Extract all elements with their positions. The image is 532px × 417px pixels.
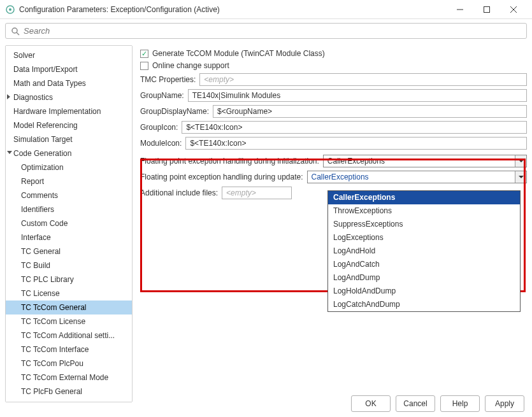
online-change-label: Online change support bbox=[152, 61, 229, 70]
dropdown-option[interactable]: LogHoldAndDump bbox=[328, 285, 520, 298]
group-icon-label: GroupIcon: bbox=[140, 123, 178, 132]
sidebar-item[interactable]: TC TcCom License bbox=[6, 315, 132, 329]
sidebar-item[interactable]: Solver bbox=[6, 48, 132, 62]
group-name-input[interactable]: TE140x|Simulink Modules bbox=[188, 89, 527, 102]
group-display-name-input[interactable]: $<GroupName> bbox=[213, 105, 527, 118]
additional-include-input[interactable]: <empty> bbox=[222, 187, 292, 199]
group-icon-row: GroupIcon: $<TE140x:Icon> bbox=[140, 121, 527, 134]
maximize-button[interactable] bbox=[473, 1, 500, 18]
dropdown-option[interactable]: LogExceptions bbox=[328, 231, 520, 244]
fp-update-row: Floating point exception handling during… bbox=[140, 171, 527, 183]
sidebar-item[interactable]: Math and Data Types bbox=[6, 76, 132, 90]
sidebar-item[interactable]: Simulation Target bbox=[6, 132, 132, 146]
sidebar-item[interactable]: TC PLC Library bbox=[6, 272, 132, 286]
fp-update-value: CallerExceptions bbox=[312, 173, 369, 181]
group-name-row: GroupName: TE140x|Simulink Modules bbox=[140, 89, 527, 102]
sidebar-item[interactable]: Interface bbox=[6, 230, 132, 244]
module-icon-label: ModuleIcon: bbox=[140, 139, 182, 148]
window-controls bbox=[447, 1, 527, 18]
search-input[interactable] bbox=[24, 26, 521, 36]
sidebar-item[interactable]: Code Generation bbox=[6, 146, 132, 160]
window-title: Configuration Parameters: Exception/Conf… bbox=[19, 5, 447, 14]
sidebar-item[interactable]: TC TcCom Interface bbox=[6, 343, 132, 357]
fp-init-label: Floating point exception handling during… bbox=[140, 157, 319, 166]
sidebar-item[interactable]: TC PlcFb General bbox=[6, 385, 132, 399]
module-icon-row: ModuleIcon: $<TE140x:Icon> bbox=[140, 137, 527, 150]
tmc-properties-row: TMC Properties: <empty> bbox=[140, 73, 527, 86]
sidebar-item[interactable]: TC TcCom General bbox=[6, 300, 132, 315]
sidebar-item[interactable]: Identifiers bbox=[6, 202, 132, 216]
sidebar-item[interactable]: TC TcCom PlcPou bbox=[6, 357, 132, 371]
group-display-name-label: GroupDisplayName: bbox=[140, 107, 209, 116]
minimize-button[interactable] bbox=[447, 1, 473, 18]
apply-button[interactable]: Apply bbox=[485, 395, 524, 412]
close-button[interactable] bbox=[500, 1, 527, 18]
sidebar-item[interactable]: TC TcCom Additional setti... bbox=[6, 329, 132, 343]
sidebar-item[interactable]: Diagnostics bbox=[6, 90, 132, 104]
dropdown-option[interactable]: LogAndDump bbox=[328, 271, 520, 285]
footer-buttons: OK Cancel Help Apply bbox=[351, 395, 524, 412]
fp-update-label: Floating point exception handling during… bbox=[140, 173, 303, 181]
online-change-row: Online change support bbox=[140, 61, 527, 70]
svg-point-6 bbox=[12, 28, 17, 33]
group-name-label: GroupName: bbox=[140, 91, 184, 100]
sidebar: SolverData Import/ExportMath and Data Ty… bbox=[5, 45, 133, 402]
sidebar-item[interactable]: TC General bbox=[6, 244, 132, 258]
dropdown-option[interactable]: LogAndHold bbox=[328, 244, 520, 258]
online-change-checkbox[interactable] bbox=[140, 62, 148, 70]
sidebar-item[interactable]: Hardware Implementation bbox=[6, 104, 132, 118]
group-icon-input[interactable]: $<TE140x:Icon> bbox=[182, 121, 527, 134]
dropdown-option[interactable]: SuppressExceptions bbox=[328, 218, 520, 231]
fp-init-select[interactable]: CallerExceptions bbox=[323, 155, 527, 167]
fp-update-select[interactable]: CallerExceptions bbox=[307, 171, 527, 183]
generate-tccom-checkbox[interactable] bbox=[140, 50, 148, 58]
dropdown-option[interactable]: LogCatchAndDump bbox=[328, 298, 520, 311]
chevron-down-icon bbox=[515, 171, 526, 183]
titlebar: Configuration Parameters: Exception/Conf… bbox=[0, 0, 532, 19]
generate-tccom-label: Generate TcCOM Module (TwinCAT Module Cl… bbox=[152, 49, 325, 58]
chevron-down-icon bbox=[515, 155, 526, 167]
fp-update-dropdown[interactable]: CallerExceptionsThrowExceptionsSuppressE… bbox=[327, 190, 521, 312]
dropdown-option[interactable]: LogAndCatch bbox=[328, 258, 520, 271]
sidebar-item[interactable]: Comments bbox=[6, 188, 132, 202]
sidebar-item[interactable]: Data Import/Export bbox=[6, 62, 132, 76]
sidebar-item[interactable]: Report bbox=[6, 174, 132, 188]
sidebar-item[interactable]: TC License bbox=[6, 286, 132, 300]
svg-rect-3 bbox=[484, 6, 490, 12]
svg-point-1 bbox=[9, 8, 11, 11]
ok-button[interactable]: OK bbox=[351, 395, 391, 412]
module-icon-input[interactable]: $<TE140x:Icon> bbox=[185, 137, 527, 150]
tmc-properties-label: TMC Properties: bbox=[140, 75, 196, 84]
sidebar-item[interactable]: TC TcCom External Mode bbox=[6, 371, 132, 385]
search-box[interactable] bbox=[5, 23, 527, 39]
content-panel: Generate TcCOM Module (TwinCAT Module Cl… bbox=[133, 45, 527, 402]
fp-init-value: CallerExceptions bbox=[327, 157, 385, 166]
search-icon bbox=[11, 27, 20, 36]
svg-line-7 bbox=[17, 32, 19, 35]
app-icon bbox=[5, 4, 15, 15]
generate-tccom-row: Generate TcCOM Module (TwinCAT Module Cl… bbox=[140, 49, 527, 58]
search-container bbox=[0, 19, 532, 43]
dropdown-option[interactable]: ThrowExceptions bbox=[328, 204, 520, 218]
sidebar-item[interactable]: Model Referencing bbox=[6, 118, 132, 132]
sidebar-item[interactable]: Optimization bbox=[6, 160, 132, 174]
sidebar-item[interactable]: Custom Code bbox=[6, 216, 132, 230]
tmc-properties-input[interactable]: <empty> bbox=[199, 73, 527, 86]
dropdown-option[interactable]: CallerExceptions bbox=[328, 191, 520, 204]
group-display-name-row: GroupDisplayName: $<GroupName> bbox=[140, 105, 527, 118]
help-button[interactable]: Help bbox=[440, 395, 480, 412]
sidebar-item[interactable]: TC PlcFb Additional settings bbox=[6, 399, 132, 402]
fp-init-row: Floating point exception handling during… bbox=[140, 155, 527, 167]
sidebar-item[interactable]: TC Build bbox=[6, 258, 132, 272]
additional-include-label: Additional include files: bbox=[140, 188, 218, 197]
cancel-button[interactable]: Cancel bbox=[396, 395, 435, 412]
